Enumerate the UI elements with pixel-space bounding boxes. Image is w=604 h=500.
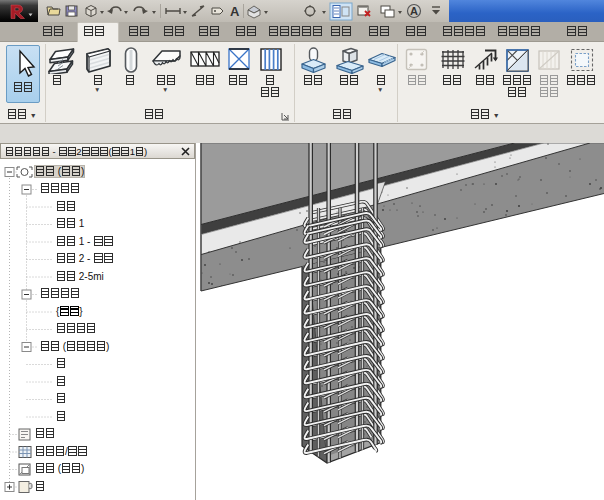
svg-text:A: A [230,4,240,19]
svg-text:A: A [410,5,418,17]
